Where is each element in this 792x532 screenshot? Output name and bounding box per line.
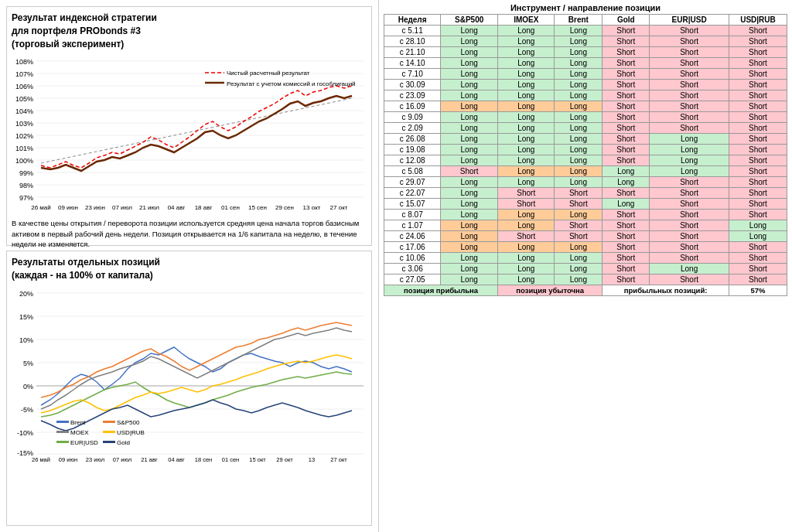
table-row: с 15.07LongShortShortLongShortShort <box>384 199 787 210</box>
sp500-cell: Long <box>441 134 498 145</box>
svg-rect-74 <box>56 431 69 433</box>
sp500-cell: Long <box>441 188 498 199</box>
table-row: с 17.06LongLongLongShortShortShort <box>384 242 787 253</box>
svg-text:15 окт: 15 окт <box>249 456 266 463</box>
table-row: с 1.07LongLongShortShortShortLong <box>384 220 787 231</box>
svg-text:Результат с учетом комиссий и : Результат с учетом комиссий и гособлигац… <box>227 80 356 87</box>
eurusd-cell: Short <box>650 253 729 264</box>
svg-text:-15%: -15% <box>17 449 33 457</box>
table-row: с 16.09LongLongLongShortShortShort <box>384 101 787 112</box>
svg-rect-76 <box>103 431 115 433</box>
week-header: Неделя <box>384 15 441 26</box>
table-row: с 9.09LongLongLongShortShortShort <box>384 112 787 123</box>
sp500-cell: Long <box>441 220 498 231</box>
sp500-cell: Long <box>441 80 498 90</box>
usdrub-cell: Short <box>729 69 787 80</box>
sp500-cell: Long <box>441 36 498 47</box>
table-row: с 29.07LongLongLongLongShortShort <box>384 177 787 188</box>
sp500-cell: Long <box>441 112 498 123</box>
imoex-cell: Long <box>498 47 555 58</box>
sp500-cell: Long <box>441 210 498 220</box>
svg-text:100%: 100% <box>15 157 33 165</box>
sp500-cell: Long <box>441 199 498 210</box>
week-cell: с 23.09 <box>384 90 441 101</box>
svg-text:27 окт: 27 окт <box>330 204 348 211</box>
svg-text:106%: 106% <box>15 83 33 90</box>
table-row: с 23.09LongLongLongShortShortShort <box>384 90 787 101</box>
table-row: с 2.09LongLongLongShortShortShort <box>384 123 787 134</box>
svg-rect-80 <box>103 441 115 443</box>
eurusd-cell: Short <box>650 47 729 58</box>
gold-cell: Long <box>603 166 650 177</box>
usdrub-cell: Short <box>729 275 787 285</box>
brent-cell: Long <box>555 69 603 80</box>
eurusd-cell: Short <box>650 36 729 47</box>
eurusd-cell: Long <box>650 145 729 155</box>
imoex-cell: Long <box>498 101 555 112</box>
usdrub-cell: Short <box>729 112 787 123</box>
sp500-cell: Long <box>441 101 498 112</box>
brent-cell: Short <box>555 199 603 210</box>
imoex-cell: Short <box>498 231 555 242</box>
table-header: Инструмент / направление позиции <box>384 3 787 12</box>
gold-cell: Short <box>603 90 650 101</box>
gold-cell: Short <box>603 69 650 80</box>
svg-text:MOEX: MOEX <box>70 429 89 436</box>
brent-cell: Long <box>555 36 603 47</box>
week-cell: с 5.11 <box>384 26 441 36</box>
svg-text:07 июл: 07 июл <box>112 204 132 211</box>
pct-value: 57% <box>729 285 787 296</box>
svg-text:102%: 102% <box>15 132 33 140</box>
eurusd-cell: Short <box>650 177 729 188</box>
svg-text:108%: 108% <box>15 58 33 66</box>
brent-cell: Long <box>555 264 603 275</box>
gold-cell: Short <box>603 47 650 58</box>
bottom-chart-title: Результаты отдельных позиций (каждая - н… <box>12 256 367 282</box>
gold-cell: Short <box>603 210 650 220</box>
svg-rect-78 <box>56 441 69 443</box>
week-cell: с 22.07 <box>384 188 441 199</box>
svg-text:27 окт: 27 окт <box>330 456 347 463</box>
brent-cell: Long <box>555 80 603 90</box>
svg-text:26 май: 26 май <box>31 204 51 211</box>
week-cell: с 9.09 <box>384 112 441 123</box>
svg-text:01 сен: 01 сен <box>221 204 240 211</box>
svg-text:23 июн: 23 июн <box>85 204 105 211</box>
eurusd-cell: Short <box>650 58 729 69</box>
table-row: с 14.10LongLongLongShortShortShort <box>384 58 787 69</box>
eurusd-cell: Short <box>650 123 729 134</box>
svg-text:04 авг: 04 авг <box>168 456 185 463</box>
imoex-cell: Long <box>498 36 555 47</box>
table-row: с 19.08LongLongLongShortLongShort <box>384 145 787 155</box>
svg-text:29 окт: 29 окт <box>276 456 293 463</box>
svg-text:13 окт: 13 окт <box>303 204 321 211</box>
gold-cell: Long <box>603 177 650 188</box>
imoex-cell: Long <box>498 210 555 220</box>
gold-cell: Short <box>603 58 650 69</box>
week-cell: с 24.06 <box>384 231 441 242</box>
gold-cell: Short <box>603 145 650 155</box>
usdrub-cell: Short <box>729 123 787 134</box>
table-row: с 3.06LongLongLongShortLongShort <box>384 264 787 275</box>
right-panel: Инструмент / направление позиции Неделя … <box>379 0 792 532</box>
usdrub-cell: Short <box>729 80 787 90</box>
svg-text:105%: 105% <box>15 95 33 103</box>
usdrub-cell: Short <box>729 36 787 47</box>
eurusd-cell: Short <box>650 112 729 123</box>
gold-cell: Long <box>603 199 650 210</box>
svg-text:21 июл: 21 июл <box>139 204 159 211</box>
gold-cell: Short <box>603 80 650 90</box>
svg-text:10%: 10% <box>19 336 33 344</box>
week-cell: с 10.06 <box>384 253 441 264</box>
imoex-cell: Long <box>498 166 555 177</box>
svg-rect-70 <box>56 421 69 423</box>
week-cell: с 2.09 <box>384 123 441 134</box>
svg-text:98%: 98% <box>19 182 33 189</box>
brent-cell: Short <box>555 231 603 242</box>
svg-text:29 сен: 29 сен <box>275 204 294 211</box>
week-cell: с 28.10 <box>384 36 441 47</box>
gold-cell: Short <box>603 231 650 242</box>
imoex-cell: Long <box>498 58 555 69</box>
week-cell: с 15.07 <box>384 199 441 210</box>
brent-cell: Long <box>555 145 603 155</box>
